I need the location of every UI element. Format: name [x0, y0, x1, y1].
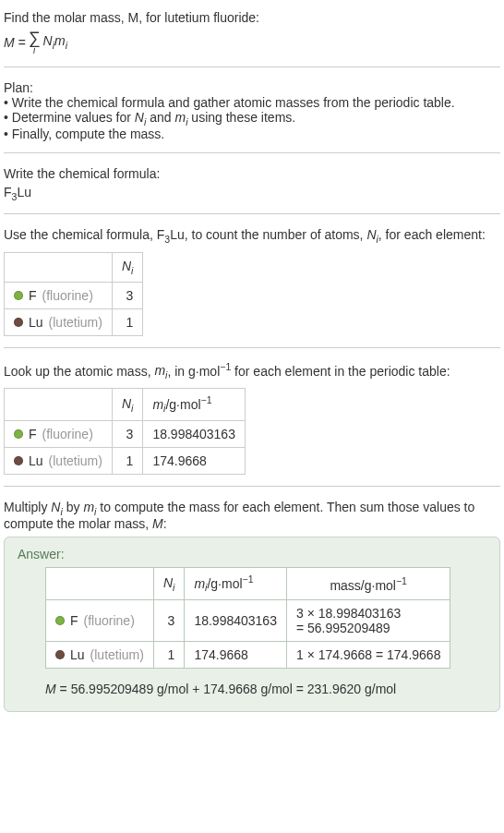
chemical-formula-section: Write the chemical formula: F3Lu [4, 161, 500, 214]
element-dot-icon [14, 456, 23, 465]
molar-mass-formula: M = ∑ i Nimi [4, 30, 67, 55]
table-row: F(fluorine) 3 18.998403163 3 × 18.998403… [46, 599, 450, 641]
answer-section: Multiply Ni by mi to compute the mass fo… [4, 494, 500, 723]
header-mi: mi/g·mol−1 [143, 389, 246, 420]
table-row: F(fluorine) 3 18.998403163 [5, 420, 246, 447]
table-row: Lu(lutetium) 1 174.9668 1 × 174.9668 = 1… [46, 641, 450, 668]
count-atoms-section: Use the chemical formula, F3Lu, to count… [4, 222, 500, 348]
intro-line1: Find the molar mass, M, for lutetium flu… [4, 9, 500, 28]
answer-table: Ni mi/g·mol−1 mass/g·mol−1 F(fluorine) 3… [45, 567, 450, 668]
header-mass: mass/g·mol−1 [286, 568, 450, 599]
answer-box: Answer: Ni mi/g·mol−1 mass/g·mol−1 F(flu… [4, 537, 500, 711]
count-atoms-text: Use the chemical formula, F3Lu, to count… [4, 227, 500, 245]
element-dot-icon [14, 291, 23, 300]
table-row: Lu(lutetium) 1 [5, 308, 143, 335]
header-ni: Ni [112, 389, 142, 420]
element-dot-icon [55, 616, 65, 625]
plan-line1: • Write the chemical formula and gather … [4, 95, 500, 110]
final-result: M = 56.995209489 g/mol + 174.9668 g/mol … [45, 682, 486, 696]
table-row: Lu(lutetium) 1 174.9668 [5, 447, 246, 474]
table-header-row: Ni [5, 252, 143, 282]
element-dot-icon [14, 429, 23, 439]
chemical-formula: F3Lu [4, 185, 500, 202]
intro-section: Find the molar mass, M, for lutetium flu… [4, 4, 500, 67]
plan-title: Plan: [4, 80, 500, 95]
atomic-mass-text: Look up the atomic mass, mi, in g·mol−1 … [4, 361, 500, 380]
answer-label: Answer: [18, 547, 486, 561]
header-ni: Ni [153, 568, 184, 599]
multiply-text: Multiply Ni by mi to compute the mass fo… [4, 500, 500, 532]
header-mi: mi/g·mol−1 [185, 568, 287, 599]
element-dot-icon [14, 318, 23, 327]
element-dot-icon [55, 650, 65, 659]
table-row: F(fluorine) 3 [5, 282, 143, 308]
plan-line3: • Finally, compute the mass. [4, 127, 500, 141]
header-ni: Ni [112, 252, 142, 282]
chemical-formula-title: Write the chemical formula: [4, 166, 500, 181]
sigma-icon: ∑ i [29, 30, 41, 55]
plan-section: Plan: • Write the chemical formula and g… [4, 75, 500, 154]
plan-line2: • Determine values for Ni and mi using t… [4, 110, 500, 127]
count-table: Ni F(fluorine) 3 Lu(lutetium) 1 [4, 252, 143, 336]
table-header-row: Ni mi/g·mol−1 [5, 389, 246, 420]
table-header-row: Ni mi/g·mol−1 mass/g·mol−1 [46, 568, 450, 599]
mass-table: Ni mi/g·mol−1 F(fluorine) 3 18.998403163… [4, 388, 246, 474]
atomic-mass-section: Look up the atomic mass, mi, in g·mol−1 … [4, 356, 500, 487]
